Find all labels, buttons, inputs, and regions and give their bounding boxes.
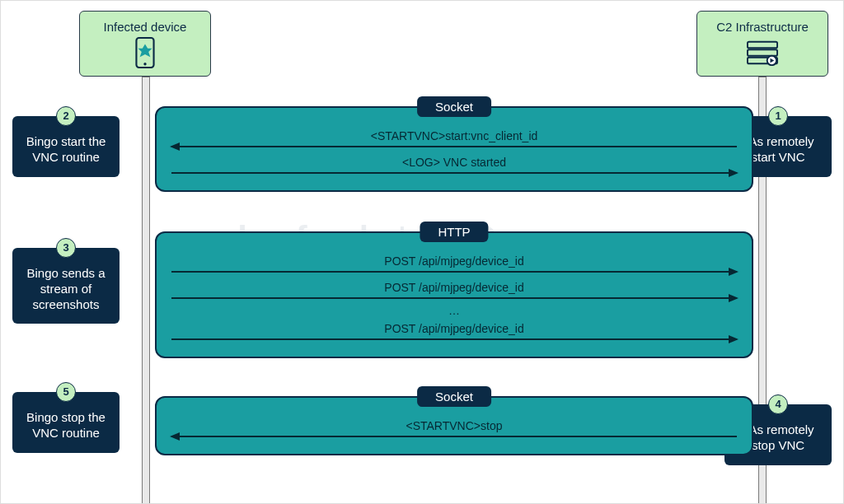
message-arrow: <LOG> VNC started [171, 156, 737, 170]
message-text: POST /api/mjpeg/device_id [384, 322, 523, 335]
block-title: Socket [417, 96, 491, 117]
server-icon [747, 37, 778, 68]
step-text: Bingo stop the VNC routine [26, 410, 106, 440]
block-http: HTTP POST /api/mjpeg/device_id POST /api… [155, 231, 753, 358]
participant-label: Infected device [104, 20, 187, 34]
phone-malware-icon [129, 37, 161, 68]
lifeline-left [142, 77, 150, 504]
block-title: Socket [417, 386, 491, 407]
block-socket-stop: Socket <STARTVNC>stop [155, 396, 753, 455]
message-text: <STARTVNC>stop [406, 419, 503, 432]
svg-rect-4 [748, 49, 777, 56]
step-5: 5 Bingo stop the VNC routine [12, 392, 120, 453]
message-text: POST /api/mjpeg/device_id [384, 254, 523, 268]
block-socket-start: Socket <STARTVNC>start:vnc_client_id <LO… [155, 106, 753, 192]
participant-infected-device: Infected device [79, 11, 211, 77]
step-text: Bingo start the VNC routine [26, 134, 106, 164]
step-number-badge: 3 [56, 238, 76, 258]
svg-marker-2 [138, 44, 152, 57]
participant-c2-infrastructure: C2 Infrastructure [696, 11, 828, 77]
block-title: HTTP [420, 222, 488, 242]
ellipsis: … [171, 304, 737, 317]
message-text: <LOG> VNC started [402, 156, 506, 169]
step-3: 3 Bingo sends a stream of screenshots [12, 248, 120, 324]
step-number-badge: 5 [56, 382, 76, 402]
participant-label: C2 Infrastructure [716, 20, 809, 34]
step-2: 2 Bingo start the VNC routine [12, 116, 120, 177]
step-number-badge: 4 [768, 394, 788, 414]
step-text: Bingo sends a stream of screenshots [26, 266, 105, 311]
svg-rect-3 [748, 41, 777, 48]
message-text: <STARTVNC>start:vnc_client_id [371, 129, 538, 142]
message-arrow: POST /api/mjpeg/device_id [171, 254, 737, 269]
message-arrow: POST /api/mjpeg/device_id [171, 322, 737, 337]
svg-point-1 [143, 63, 146, 65]
step-number-badge: 1 [768, 106, 788, 126]
message-arrow: POST /api/mjpeg/device_id [171, 281, 737, 296]
message-arrow: <STARTVNC>stop [171, 419, 737, 434]
step-number-badge: 2 [56, 106, 76, 126]
message-arrow: <STARTVNC>start:vnc_client_id [171, 129, 737, 144]
message-text: POST /api/mjpeg/device_id [384, 281, 523, 294]
